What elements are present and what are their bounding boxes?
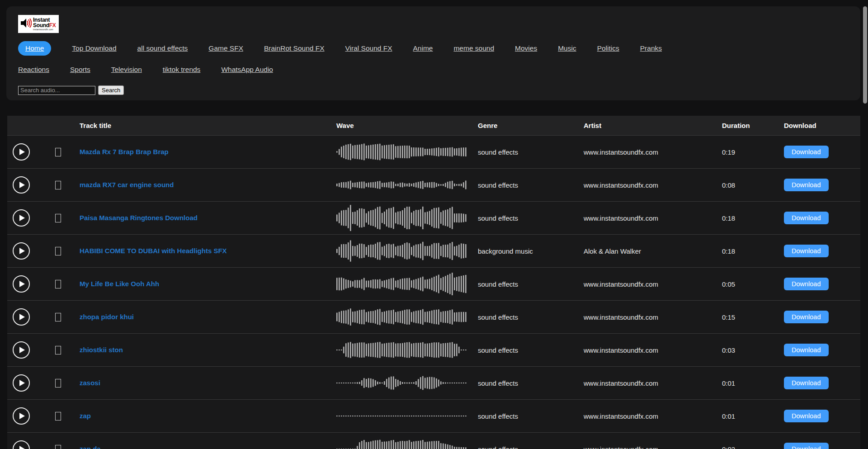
nav-link-tiktok-trends[interactable]: tiktok trends <box>163 66 201 74</box>
track-genre: sound effects <box>478 313 584 321</box>
missing-glyph-icon <box>55 214 61 222</box>
play-button[interactable] <box>13 209 30 227</box>
nav-link-reactions[interactable]: Reactions <box>18 66 49 74</box>
scrollbar-thumb[interactable] <box>863 6 867 104</box>
waveform <box>336 171 478 199</box>
nav-link-anime[interactable]: Anime <box>413 44 433 52</box>
download-button[interactable]: Download <box>784 146 829 158</box>
download-button[interactable]: Download <box>784 377 829 389</box>
play-icon <box>19 182 25 188</box>
track-title-link[interactable]: zap <box>80 412 91 420</box>
logo-line-soundfx: SoundFX <box>33 23 56 28</box>
play-button[interactable] <box>13 308 30 326</box>
play-icon <box>19 215 25 221</box>
play-button[interactable] <box>13 440 30 449</box>
nav-link-all-sound-effects[interactable]: all sound effects <box>137 44 188 52</box>
nav-link-politics[interactable]: Politics <box>597 44 619 52</box>
nav-link-meme-sound[interactable]: meme sound <box>453 44 494 52</box>
search-input[interactable] <box>18 86 95 95</box>
nav-link-top-download[interactable]: Top Download <box>72 44 116 52</box>
missing-glyph-icon <box>55 148 61 156</box>
download-button[interactable]: Download <box>784 278 829 290</box>
logo-subtitle: instantsoundfx.com <box>33 28 56 31</box>
track-title-link[interactable]: Mazda Rx 7 Brap Brap Brap <box>80 148 169 156</box>
play-button[interactable] <box>13 341 30 359</box>
track-artist: www.instantsoundfx.com <box>584 148 722 156</box>
nav-link-game-sfx[interactable]: Game SFX <box>208 44 243 52</box>
track-row: Paisa Masanga Ringtones Download sound e… <box>7 202 860 235</box>
waveform <box>336 204 478 232</box>
nav-link-movies[interactable]: Movies <box>515 44 537 52</box>
header-track-title: Track title <box>80 122 336 129</box>
track-row: zap sound effects www.instantsoundfx.com… <box>7 400 860 433</box>
track-title-link[interactable]: Paisa Masanga Ringtones Download <box>80 214 198 222</box>
download-button[interactable]: Download <box>784 179 829 191</box>
track-title-link[interactable]: zhopa pidor khui <box>80 313 134 321</box>
track-row: HABIBI COME TO DUBAI with Headlights SFX… <box>7 235 860 268</box>
nav-link-sports[interactable]: Sports <box>70 66 90 74</box>
nav-link-brainrot-sound-fx[interactable]: BrainRot Sound FX <box>264 44 325 52</box>
play-button[interactable] <box>13 176 30 194</box>
track-artist: www.instantsoundfx.com <box>584 445 722 449</box>
header-duration: Duration <box>722 122 777 129</box>
track-genre: background music <box>478 247 584 255</box>
play-button[interactable] <box>13 242 30 260</box>
download-button[interactable]: Download <box>784 212 829 224</box>
header-download: Download <box>784 122 860 129</box>
missing-glyph-icon <box>55 379 61 388</box>
track-artist: www.instantsoundfx.com <box>584 346 722 354</box>
download-button[interactable]: Download <box>784 311 829 323</box>
play-button[interactable] <box>13 143 30 161</box>
download-button[interactable]: Download <box>784 245 829 257</box>
nav-link-home[interactable]: Home <box>18 41 51 56</box>
track-duration: 0:02 <box>722 445 777 449</box>
nav-link-whatsapp-audio[interactable]: WhatsApp Audio <box>221 66 273 74</box>
nav-link-pranks[interactable]: Pranks <box>640 44 662 52</box>
waveform <box>336 435 478 449</box>
speaker-icon <box>20 17 32 31</box>
search-button[interactable]: Search <box>98 85 124 95</box>
track-row: Mazda Rx 7 Brap Brap Brap sound effects … <box>7 136 860 169</box>
track-title-link[interactable]: My Life Be Like Ooh Ahh <box>80 280 159 288</box>
header-artist: Artist <box>584 122 722 129</box>
play-icon <box>19 380 25 386</box>
track-duration: 0:18 <box>722 247 777 255</box>
download-button[interactable]: Download <box>784 344 829 356</box>
track-title-link[interactable]: zasosi <box>80 379 100 387</box>
play-icon <box>19 281 25 287</box>
waveform <box>336 402 478 430</box>
track-title-link[interactable]: mazda RX7 car engine sound <box>80 181 174 189</box>
play-button[interactable] <box>13 374 30 392</box>
nav-link-viral-sound-fx[interactable]: Viral Sound FX <box>345 44 392 52</box>
track-genre: sound effects <box>478 280 584 288</box>
download-button[interactable]: Download <box>784 410 829 422</box>
waveform <box>336 270 478 298</box>
track-duration: 0:19 <box>722 148 777 156</box>
track-title-link[interactable]: zap da <box>80 445 101 449</box>
download-button[interactable]: Download <box>784 443 829 449</box>
missing-glyph-icon <box>55 280 61 288</box>
play-button[interactable] <box>13 275 30 293</box>
waveform <box>336 237 478 265</box>
track-duration: 0:03 <box>722 346 777 354</box>
play-icon <box>19 248 25 254</box>
track-title-link[interactable]: HABIBI COME TO DUBAI with Headlights SFX <box>80 247 227 255</box>
track-title-link[interactable]: zhiostkii ston <box>80 346 123 354</box>
missing-glyph-icon <box>55 313 61 321</box>
header-wave: Wave <box>336 122 478 129</box>
nav-link-television[interactable]: Television <box>111 66 142 74</box>
header-genre: Genre <box>478 122 584 129</box>
track-duration: 0:01 <box>722 412 777 420</box>
play-icon <box>19 413 25 419</box>
play-icon <box>19 446 25 449</box>
nav-link-music[interactable]: Music <box>558 44 576 52</box>
play-button[interactable] <box>13 407 30 425</box>
play-icon <box>19 314 25 320</box>
track-artist: www.instantsoundfx.com <box>584 313 722 321</box>
site-logo[interactable]: Instant SoundFX instantsoundfx.com <box>18 15 59 33</box>
track-artist: www.instantsoundfx.com <box>584 412 722 420</box>
track-artist: www.instantsoundfx.com <box>584 379 722 387</box>
track-genre: sound effects <box>478 181 584 189</box>
missing-glyph-icon <box>55 445 61 449</box>
scrollbar[interactable] <box>863 6 867 449</box>
